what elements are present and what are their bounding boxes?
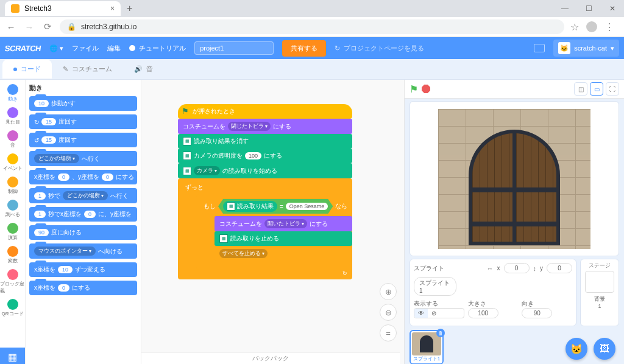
star-icon[interactable]: ☆ bbox=[570, 21, 579, 33]
zoom-in-button[interactable]: ⊕ bbox=[380, 283, 397, 300]
favicon bbox=[11, 4, 20, 13]
close-tab-icon[interactable]: × bbox=[110, 4, 115, 13]
block-goto[interactable]: どこかの場所▾へ行く bbox=[29, 151, 137, 166]
browser-chrome: Stretch3 × + — ☐ ✕ ← → ⟳ 🔒 stretch3.gith… bbox=[0, 0, 624, 37]
size-input[interactable]: 100 bbox=[468, 308, 498, 318]
edit-menu[interactable]: 編集 bbox=[107, 44, 121, 53]
cat-events[interactable]: イベント bbox=[0, 152, 25, 173]
stage-thumbnail[interactable] bbox=[585, 271, 614, 293]
sprite-panel: スプライト ↔ x 0 ↕ y 0 スプライト1 表示する 👁⊘ bbox=[410, 259, 576, 326]
profile-icon[interactable] bbox=[586, 21, 597, 32]
forward-button[interactable]: → bbox=[23, 22, 35, 32]
cat-qrcode[interactable]: QRコード bbox=[0, 297, 25, 319]
block-point-to[interactable]: マウスのポインター▾へ向ける bbox=[29, 243, 137, 259]
maximize-button[interactable]: ☐ bbox=[577, 2, 601, 15]
tab-costumes[interactable]: ✎コスチューム bbox=[52, 60, 123, 79]
reload-button[interactable]: ⟳ bbox=[41, 21, 54, 32]
block-if[interactable]: もし ▦読み取り結果 = Open Sesame なら コスチュームを開いたトビ… bbox=[196, 194, 352, 270]
block-camera-trans[interactable]: ▦カメラの透明度を100にする bbox=[178, 149, 352, 163]
cat-sensing[interactable]: 調べる bbox=[0, 198, 25, 220]
qr-icon: ▦ bbox=[183, 167, 191, 175]
backpack[interactable]: バックパック bbox=[141, 352, 400, 364]
sprite-label: スプライト bbox=[414, 264, 444, 273]
delete-sprite-button[interactable]: 🗑 bbox=[436, 329, 445, 337]
block-switch-costume[interactable]: コスチュームを閉じたトビラ▾にする bbox=[178, 119, 352, 134]
block-when-flag-clicked[interactable]: ⚑が押されたとき bbox=[178, 104, 352, 119]
add-extension-button[interactable]: ▦ bbox=[0, 348, 25, 364]
direction-input[interactable]: 90 bbox=[522, 308, 552, 318]
new-tab-button[interactable]: + bbox=[121, 3, 138, 14]
cat-operators[interactable]: 演算 bbox=[0, 221, 25, 243]
see-project-page[interactable]: ↻ プロジェクトページを見る bbox=[335, 44, 424, 53]
fullscreen-button[interactable]: ⛶ bbox=[606, 82, 619, 96]
block-clear-result[interactable]: ▦読み取り結果を消す bbox=[178, 134, 352, 149]
y-input[interactable]: 0 bbox=[547, 263, 572, 273]
script-stack[interactable]: ⚑が押されたとき コスチュームを閉じたトビラ▾にする ▦読み取り結果を消す ▦カ… bbox=[178, 104, 352, 279]
block-change-x[interactable]: x座標を10ずつ変える bbox=[29, 262, 137, 277]
stage[interactable] bbox=[410, 101, 619, 256]
hide-button[interactable]: ⊘ bbox=[428, 309, 440, 318]
url-input[interactable]: 🔒 stretch3.github.io bbox=[60, 19, 564, 34]
block-stop-all[interactable]: すべてを止める▾ bbox=[214, 246, 352, 261]
zoom-controls: ⊕ ⊖ = bbox=[380, 283, 397, 341]
menu-icon[interactable]: ⋮ bbox=[604, 21, 614, 33]
scratch-logo[interactable]: SCRATCH bbox=[4, 44, 41, 53]
block-move-steps[interactable]: 10歩動かす bbox=[29, 96, 137, 111]
cat-myblocks[interactable]: ブロック定義 bbox=[0, 267, 25, 296]
cat-sound[interactable]: 音 bbox=[0, 128, 25, 150]
user-menu[interactable]: 🐱 scratch-cat ▾ bbox=[553, 40, 619, 57]
show-button[interactable]: 👁 bbox=[414, 309, 428, 318]
green-flag-button[interactable]: ⚑ bbox=[410, 83, 418, 95]
language-menu[interactable]: 🌐 ▾ bbox=[49, 44, 63, 52]
visibility-toggle[interactable]: 👁⊘ bbox=[414, 308, 464, 318]
browser-tab[interactable]: Stretch3 × bbox=[5, 1, 121, 16]
cat-motion[interactable]: 動き bbox=[0, 82, 25, 104]
block-goto-xy[interactable]: x座標を0、y座標を0にする bbox=[29, 170, 137, 184]
block-start-read[interactable]: ▦カメラ▾の読み取りを始める bbox=[178, 163, 352, 178]
block-equals[interactable]: ▦読み取り結果 = Open Sesame bbox=[218, 199, 333, 214]
block-forever[interactable]: ずっと もし ▦読み取り結果 = Open Sesame なら コスチュ bbox=[178, 178, 352, 279]
cat-control[interactable]: 制御 bbox=[0, 175, 25, 197]
url-text: stretch3.github.io bbox=[81, 23, 136, 31]
zoom-reset-button[interactable]: = bbox=[380, 324, 397, 341]
cat-variables[interactable]: 変数 bbox=[0, 244, 25, 266]
stage-large-button[interactable]: ▭ bbox=[590, 82, 603, 96]
script-area[interactable]: ⚑が押されたとき コスチュームを閉じたトビラ▾にする ▦読み取り結果を消す ▦カ… bbox=[141, 80, 405, 364]
block-switch-costume-open[interactable]: コスチュームを開いたトビラ▾にする bbox=[214, 216, 352, 231]
block-turn-ccw[interactable]: ↺15度回す bbox=[29, 133, 137, 147]
block-glide[interactable]: 1秒でどこかの場所▾へ行く bbox=[29, 188, 137, 203]
code-icon bbox=[13, 68, 17, 71]
x-input[interactable]: 0 bbox=[504, 263, 530, 273]
block-point-dir[interactable]: 90度に向ける bbox=[29, 225, 137, 240]
project-name-input[interactable]: project1 bbox=[194, 41, 274, 55]
qr-icon: ▦ bbox=[219, 234, 228, 243]
palette-title: 動き bbox=[29, 83, 137, 93]
zoom-out-button[interactable]: ⊖ bbox=[380, 304, 397, 321]
back-button[interactable]: ← bbox=[5, 22, 17, 32]
block-turn-cw[interactable]: ↻15度回す bbox=[29, 114, 137, 129]
block-read-result[interactable]: ▦読み取り結果 bbox=[223, 201, 277, 212]
block-glide-xy[interactable]: 1秒でx座標を0に、y座標を bbox=[29, 207, 137, 222]
add-sprite-button[interactable]: 🐱 bbox=[566, 338, 587, 360]
block-palette[interactable]: 動き 10歩動かす ↻15度回す ↺15度回す どこかの場所▾へ行く x座標を0… bbox=[26, 80, 141, 364]
y-icon: ↕ bbox=[533, 265, 537, 272]
stage-small-button[interactable]: ◫ bbox=[574, 82, 587, 96]
block-set-x[interactable]: x座標を0にする bbox=[29, 281, 137, 295]
stop-button[interactable] bbox=[422, 85, 430, 93]
qr-icon: ▦ bbox=[227, 202, 235, 211]
add-backdrop-button[interactable]: 🖼 bbox=[594, 338, 615, 360]
minimize-button[interactable]: — bbox=[553, 2, 577, 15]
stage-header: ⚑ ◫ ▭ ⛶ bbox=[405, 80, 624, 99]
tab-title: Stretch3 bbox=[24, 4, 52, 13]
cat-looks[interactable]: 見た目 bbox=[0, 105, 25, 127]
tab-sounds[interactable]: 🔊音 bbox=[123, 60, 164, 79]
block-stop-read[interactable]: ▦読み取りを止める bbox=[214, 231, 352, 246]
sprite-name-input[interactable]: スプライト1 bbox=[414, 277, 456, 296]
my-stuff-icon[interactable] bbox=[534, 44, 545, 52]
file-menu[interactable]: ファイル bbox=[72, 44, 99, 53]
share-button[interactable]: 共有する bbox=[282, 40, 326, 57]
tab-code[interactable]: コード bbox=[2, 60, 52, 79]
tutorial-button[interactable]: チュートリアル bbox=[129, 44, 186, 53]
close-window-button[interactable]: ✕ bbox=[601, 2, 624, 15]
sprite-thumbnail[interactable]: 🗑 スプライト1 bbox=[410, 330, 444, 364]
